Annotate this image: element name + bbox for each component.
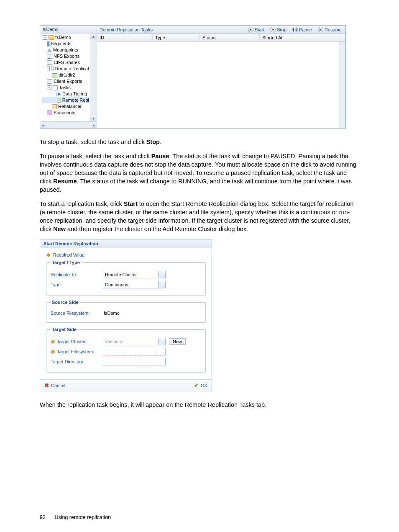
target-dir-input[interactable] — [103, 358, 166, 365]
target-cluster-select[interactable]: <select> — [103, 338, 166, 345]
pause-icon: ❚❚ — [292, 27, 298, 32]
tree-node-client-exports[interactable]: Client Exports — [42, 78, 90, 85]
play-icon: ▶ — [248, 27, 253, 32]
required-star-icon: ✱ — [46, 253, 51, 257]
tree-node-snapshots[interactable]: Snapshots — [42, 110, 90, 116]
tasks-grid-panel: Remote Replication Tasks ▶Start ■Stop ❚❚… — [97, 26, 345, 128]
paragraph: To pause a task, select the task and cli… — [40, 152, 359, 194]
paragraph: To stop a task, select the task and clic… — [40, 138, 359, 146]
chevron-down-icon — [160, 283, 164, 285]
tree-label: Remote Replicat — [55, 66, 89, 72]
tree-label: Client Exports — [54, 78, 82, 85]
paragraph: To start a replication task, click Start… — [40, 200, 359, 233]
tree-node-root[interactable]: −fsDemo — [42, 34, 90, 41]
page-footer: 92 Using remote replication — [40, 514, 111, 520]
target-dir-label: Target Directory: — [51, 359, 103, 364]
ok-button[interactable]: ✔OK — [194, 382, 207, 388]
tree-header: fsDemo — [40, 26, 97, 33]
resume-button[interactable]: ▶Resume — [317, 26, 343, 33]
close-icon: ✖ — [44, 382, 49, 388]
scroll-left-icon[interactable]: ◂ — [40, 122, 46, 128]
start-remote-replication-dialog: Start Remote Replication ✱ Required Valu… — [40, 239, 212, 391]
required-value-legend: ✱ Required Value — [46, 252, 206, 257]
section-legend: Source Side — [51, 300, 80, 305]
scroll-down-icon[interactable]: ▾ — [90, 116, 97, 121]
required-star-icon: ✱ — [51, 339, 55, 344]
tasks-grid — [97, 42, 345, 128]
page-number: 92 — [40, 514, 46, 520]
button-label: Resume — [325, 27, 342, 32]
new-button[interactable]: New — [169, 338, 186, 345]
scroll-right-icon[interactable]: ▸ — [91, 122, 97, 128]
tree-label: dir1/dir2 — [59, 72, 75, 78]
replication-tasks-panel: fsDemo −fsDemo Segments Mountpoints NFS … — [40, 25, 346, 129]
footer-section: Using remote replication — [54, 514, 111, 520]
tree-node-dir1-dir2[interactable]: dir1/dir2 — [42, 72, 90, 78]
check-icon: ✔ — [194, 382, 199, 388]
paragraph: When the replication task begins, it wil… — [40, 401, 359, 409]
tree-label: fsDemo — [55, 34, 71, 41]
section-legend: Target / Type — [51, 260, 81, 265]
col-started-at[interactable]: Started At — [260, 34, 345, 41]
target-type-section: Target / Type Replicate To: Remote Clust… — [46, 260, 206, 296]
tree-node-cifs-shares[interactable]: CIFS Shares — [42, 59, 90, 66]
replicate-to-label: Replicate To: — [51, 272, 103, 277]
pause-button[interactable]: ❚❚Pause — [291, 26, 313, 33]
tree-horizontal-scrollbar[interactable]: ◂ ▸ — [40, 121, 97, 128]
toolbar-title: Remote Replication Tasks — [100, 27, 243, 32]
tree-node-nfs-exports[interactable]: NFS Exports — [42, 53, 90, 59]
tree-label: Segments — [51, 41, 72, 47]
tree-vertical-scrollbar[interactable]: ▴ ▾ — [90, 33, 97, 121]
tree-node-remote-repl[interactable]: Remote Repl — [42, 97, 90, 103]
tree: −fsDemo Segments Mountpoints NFS Exports… — [40, 33, 90, 121]
scroll-up-icon[interactable]: ▴ — [90, 33, 97, 39]
tree-label: Remote Repl — [62, 97, 89, 103]
required-star-icon: ✱ — [51, 350, 55, 354]
source-fs-label: Source Filesystem: — [51, 311, 103, 316]
tree-label: Data Tiering — [62, 91, 87, 97]
target-side-section: Target Side ✱Target Cluster: <select> Ne… — [46, 327, 206, 373]
source-side-section: Source Side Source Filesystem: fsDemo — [46, 300, 206, 323]
tree-node-data-tiering[interactable]: −Data Tiering — [42, 91, 90, 97]
target-fs-label: ✱Target Filesystem: — [51, 349, 103, 354]
col-id[interactable]: ID — [97, 34, 153, 41]
tree-node-remote-replicat[interactable]: −Remote Replicat — [42, 66, 90, 72]
col-type[interactable]: Type — [153, 34, 200, 41]
body-copy: To stop a task, select the task and clic… — [40, 138, 359, 233]
source-fs-value: fsDemo — [103, 311, 120, 316]
grid-vertical-scrollbar[interactable] — [339, 42, 345, 128]
replicate-to-select[interactable]: Remote Cluster — [103, 271, 166, 278]
tree-node-tasks[interactable]: −Tasks — [42, 85, 90, 91]
dialog-title: Start Remote Replication — [40, 239, 212, 248]
type-label: Type: — [51, 282, 103, 287]
tree-node-segments[interactable]: Segments — [42, 41, 90, 47]
dialog-footer: ✖Cancel ✔OK — [40, 379, 212, 391]
play-icon: ▶ — [318, 27, 323, 32]
type-select[interactable]: Continuous — [103, 281, 166, 288]
tree-label: Tasks — [59, 85, 71, 91]
start-button[interactable]: ▶Start — [247, 26, 266, 33]
target-fs-input[interactable] — [103, 348, 166, 355]
tree-label: Mountpoints — [53, 47, 78, 53]
tree-label: NFS Exports — [54, 53, 79, 59]
tree-label: Snapshots — [54, 110, 75, 116]
chevron-down-icon — [160, 340, 164, 342]
chevron-down-icon — [160, 273, 164, 275]
stop-button[interactable]: ■Stop — [269, 26, 288, 33]
tasks-column-headers: ID Type Status Started At — [97, 34, 345, 42]
target-cluster-label: ✱Target Cluster: — [51, 339, 103, 344]
cancel-button[interactable]: ✖Cancel — [44, 382, 65, 388]
stop-icon: ■ — [270, 27, 276, 32]
tasks-toolbar: Remote Replication Tasks ▶Start ■Stop ❚❚… — [97, 26, 345, 34]
tree-node-rebalancer[interactable]: Rebalancer — [42, 103, 90, 110]
tree-label: Rebalancer — [58, 103, 82, 110]
col-status[interactable]: Status — [200, 34, 260, 41]
body-copy-2: When the replication task begins, it wil… — [40, 401, 359, 409]
tree-label: CIFS Shares — [54, 59, 80, 66]
button-label: Stop — [277, 27, 286, 32]
button-label: Pause — [299, 27, 312, 32]
tree-node-mountpoints[interactable]: Mountpoints — [42, 47, 90, 53]
button-label: Start — [255, 27, 264, 32]
section-legend: Target Side — [51, 327, 78, 332]
tree-panel: fsDemo −fsDemo Segments Mountpoints NFS … — [40, 26, 97, 128]
